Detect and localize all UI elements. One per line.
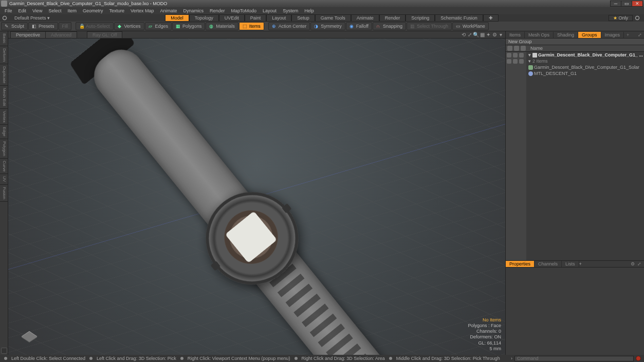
symmetry-button[interactable]: ◑Symmetry — [310, 22, 345, 30]
selectthrough-button[interactable]: ▥Select Through — [407, 22, 452, 30]
btab-lists[interactable]: Lists — [562, 261, 579, 267]
command-input[interactable] — [514, 356, 634, 361]
viewport-tab-advanced[interactable]: Advanced — [45, 31, 77, 39]
circle-icon[interactable] — [513, 59, 518, 64]
materials-button[interactable]: ◍Materials — [206, 22, 238, 30]
layout-tab-paint[interactable]: Paint — [245, 14, 267, 22]
minimize-button[interactable]: ─ — [610, 1, 621, 7]
rtab-images[interactable]: Images — [601, 32, 624, 38]
falloff-button[interactable]: ◉Falloff — [346, 22, 372, 30]
tree-row-mesh[interactable]: Garmin_Descent_Black_Dive_Computer_G1_So… — [506, 64, 644, 70]
layout-tab-animate[interactable]: Animate — [351, 14, 379, 22]
menu-layout[interactable]: Layout — [260, 8, 280, 13]
vp-icon-7[interactable]: ▾ — [498, 32, 503, 37]
tree-row-root[interactable]: ▾Garmin_Descent_Black_Dive_Computer_G1_ … — [506, 52, 644, 58]
menu-file[interactable]: File — [2, 8, 15, 13]
eye-icon[interactable] — [507, 59, 511, 64]
lefttab-meshedit[interactable]: Mesh Edit — [0, 86, 8, 109]
rtab-shading[interactable]: Shading — [554, 32, 578, 38]
expand-small-icon[interactable]: ⤢ — [637, 261, 642, 266]
edges-button[interactable]: ▱Edges — [145, 22, 172, 30]
rtab-groups[interactable]: Groups — [578, 32, 601, 38]
circle-icon[interactable] — [519, 53, 524, 58]
btab-channels[interactable]: Channels — [535, 261, 562, 267]
menu-view[interactable]: View — [29, 8, 45, 13]
actioncenter-button[interactable]: ⊕Action Center — [268, 22, 310, 30]
new-group-button[interactable]: New Group — [506, 39, 644, 45]
layout-tab-model[interactable]: Model — [165, 14, 189, 22]
menu-system[interactable]: System — [280, 8, 301, 13]
items-button[interactable]: ⬚Items — [239, 22, 264, 30]
btab-add[interactable]: + — [579, 261, 582, 266]
presets-button[interactable]: ◧Presets — [28, 22, 58, 30]
layout-tab-topology[interactable]: Topology — [189, 14, 219, 22]
rtab-expand-icon[interactable]: ⤢ — [636, 32, 644, 37]
fill-button[interactable]: Fill — [59, 22, 72, 30]
lefttab-extra-icon[interactable] — [1, 348, 7, 354]
select-header-icon[interactable] — [521, 46, 526, 51]
lefttab-duplicate[interactable]: Duplicate — [0, 64, 8, 86]
workplane-button[interactable]: ▭WorkPlane — [452, 22, 489, 30]
btab-properties[interactable]: Properties — [506, 261, 535, 267]
lefttab-edge[interactable]: Edge — [0, 125, 8, 139]
rtab-add[interactable]: + — [624, 32, 632, 37]
lefttab-curve[interactable]: Curve — [0, 159, 8, 174]
menu-texture[interactable]: Texture — [106, 8, 127, 13]
layout-tab-add[interactable]: ✚ — [483, 14, 499, 22]
lefttab-polygon[interactable]: Polygon — [0, 139, 8, 159]
lefttab-fusion[interactable]: Fusion — [0, 185, 8, 202]
sculpt-button[interactable]: ✎Sculpt — [1, 22, 28, 30]
menu-edit[interactable]: Edit — [15, 8, 30, 13]
vp-icon-3[interactable]: 🔍 — [473, 32, 479, 37]
layout-tab-gametools[interactable]: Game Tools — [315, 14, 351, 22]
menu-dynamics[interactable]: Dynamics — [180, 8, 207, 13]
layout-tab-layout[interactable]: Layout — [266, 14, 291, 22]
menu-geometry[interactable]: Geometry — [80, 8, 106, 13]
vp-icon-2[interactable]: ⤢ — [467, 32, 472, 37]
scene-tree[interactable]: ▾Garmin_Descent_Black_Dive_Computer_G1_ … — [506, 52, 644, 260]
gear-icon[interactable] — [2, 15, 7, 21]
layout-tab-setup[interactable]: Setup — [291, 14, 315, 22]
gear-small-icon[interactable]: ⚙ — [631, 261, 636, 266]
presets-dropdown[interactable]: Default Presets ▾ — [9, 15, 55, 21]
menu-item[interactable]: Item — [64, 8, 80, 13]
only-toggle[interactable]: ★ Only — [609, 15, 633, 21]
eye-icon[interactable] — [507, 53, 511, 58]
lefttab-uv[interactable]: UV — [0, 174, 8, 184]
polygons-button[interactable]: ▦Polygons — [172, 22, 205, 30]
lefttab-basic[interactable]: Basic — [0, 31, 8, 46]
eye-header-icon[interactable] — [507, 46, 512, 51]
vertices-button[interactable]: ◆Vertices — [114, 22, 144, 30]
rtab-meshops[interactable]: Mesh Ops — [525, 32, 554, 38]
menu-help[interactable]: Help — [301, 8, 317, 13]
vp-icon-5[interactable]: ✦ — [486, 32, 491, 37]
layout-tab-uvedit[interactable]: UVEdit — [219, 14, 245, 22]
circle-icon[interactable] — [513, 53, 518, 58]
viewport-tab-raygl[interactable]: Ray GL: Off — [87, 31, 122, 39]
layout-tab-scripting[interactable]: Scripting — [406, 14, 435, 22]
record-icon[interactable] — [636, 356, 641, 361]
vp-icon-1[interactable]: ⟲ — [461, 32, 466, 37]
autoselect-button[interactable]: 🔒Auto-Select — [76, 22, 114, 30]
menu-vertexmap[interactable]: Vertex Map — [127, 8, 157, 13]
tree-header-name[interactable]: Name — [527, 46, 644, 51]
menu-render[interactable]: Render — [207, 8, 228, 13]
lefttab-deform[interactable]: Deform — [0, 46, 8, 64]
tree-row-material[interactable]: MTL_DESCENT_G1 — [506, 70, 644, 77]
tree-row-count[interactable]: ▾2 Items — [506, 58, 644, 64]
vp-icon-6[interactable]: ⚙ — [492, 32, 497, 37]
menu-maptomodo[interactable]: MapToModo — [228, 8, 260, 13]
rtab-items[interactable]: Items — [506, 32, 525, 38]
snapping-button[interactable]: ∩Snapping — [373, 22, 406, 30]
viewport-3d[interactable]: No Items Polygons : Face Channels: 0 Def… — [8, 39, 505, 355]
maximize-button[interactable]: ▭ — [621, 1, 632, 7]
vp-icon-4[interactable]: ▦ — [480, 32, 485, 37]
settings-icon[interactable] — [635, 15, 640, 21]
layout-tab-render[interactable]: Render — [379, 14, 406, 22]
axis-gizmo[interactable] — [17, 325, 41, 349]
lefttab-vertex[interactable]: Vertex — [0, 109, 8, 125]
close-button[interactable]: ✕ — [632, 1, 643, 7]
menu-select[interactable]: Select — [45, 8, 64, 13]
lock-header-icon[interactable] — [514, 46, 519, 51]
menu-animate[interactable]: Animate — [157, 8, 180, 13]
